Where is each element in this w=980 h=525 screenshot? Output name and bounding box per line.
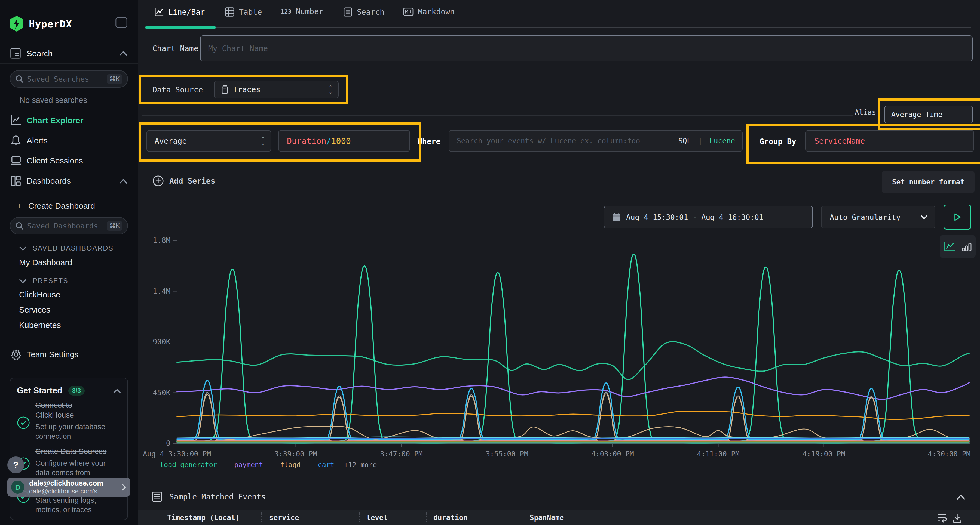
sidebar-item-alerts[interactable]: Alerts <box>27 136 48 145</box>
sidebar-item-team-settings[interactable]: Team Settings <box>27 350 78 359</box>
presets-group[interactable]: PRESETS <box>19 277 68 285</box>
avatar: D <box>11 481 24 494</box>
granularity-select[interactable]: Auto Granularity <box>821 206 935 228</box>
sidebar-item-services[interactable]: Services <box>19 305 50 314</box>
expr-slash: / <box>326 136 331 146</box>
data-source-select[interactable]: Traces ⌃⌃ <box>214 81 339 98</box>
legend-more-link[interactable]: +12 more <box>344 461 377 469</box>
laptop-icon <box>10 155 22 166</box>
circle-plus-icon <box>153 175 164 187</box>
sql-toggle[interactable]: SQL <box>678 137 691 145</box>
aggregation-select[interactable]: Average ⌃⌃ <box>146 130 271 152</box>
hyperdx-logo-icon <box>9 16 24 32</box>
column-resize-handle[interactable] <box>426 512 427 522</box>
group-by-label: Group By <box>759 137 796 146</box>
user-account-chip[interactable]: D dale@clickhouse.com dale@clickhouse.co… <box>7 477 130 497</box>
legend-item-cart[interactable]: —cart <box>310 461 334 469</box>
where-placeholder: Search your events w/ Lucene ex. column:… <box>457 137 678 145</box>
column-resize-handle[interactable] <box>523 512 523 522</box>
tab-number[interactable]: 123 Number <box>281 7 323 16</box>
date-range-value: Aug 4 15:30:01 - Aug 4 16:30:01 <box>626 213 763 221</box>
saved-dashboards-input[interactable]: Saved Dashboards ⌘K <box>10 217 128 235</box>
sample-events-title: Sample Matched Events <box>169 492 266 501</box>
gs-item1-title: Connect to ClickHouse <box>35 400 74 420</box>
chevron-right-icon <box>121 483 127 491</box>
date-range-picker[interactable]: Aug 4 15:30:01 - Aug 4 16:30:01 <box>604 206 813 228</box>
column-service[interactable]: service <box>269 514 299 522</box>
legend-item-flagd[interactable]: —flagd <box>273 461 301 469</box>
select-chevrons-icon: ⌃⌃ <box>329 85 332 94</box>
expr-divisor: 1000 <box>331 136 351 146</box>
download-icon[interactable] <box>952 512 963 523</box>
search-section-icon <box>10 48 21 59</box>
sample-events-header[interactable]: Sample Matched Events <box>152 491 266 502</box>
svg-text:4:03:00 PM: 4:03:00 PM <box>591 450 634 458</box>
gs-item2-title: Create Data Sources <box>35 447 107 457</box>
play-icon <box>954 213 961 221</box>
where-input[interactable]: Search your events w/ Lucene ex. column:… <box>449 130 743 152</box>
tab-markdown[interactable]: Markdown <box>403 7 455 16</box>
column-spanname[interactable]: SpanName <box>530 514 564 522</box>
group-by-value: ServiceName <box>815 136 865 146</box>
sidebar-item-clickhouse[interactable]: ClickHouse <box>19 290 60 299</box>
data-source-value: Traces <box>233 85 329 94</box>
divider <box>0 63 138 63</box>
collapse-sidebar-icon[interactable] <box>115 17 127 28</box>
svg-text:900K: 900K <box>153 338 171 346</box>
chevron-up-icon[interactable] <box>119 178 128 184</box>
svg-text:4:30:00 PM: 4:30:00 PM <box>928 450 970 458</box>
saved-searches-input[interactable]: Saved Searches ⌘K <box>10 70 128 87</box>
create-dashboard-button[interactable]: + Create Dashboard <box>17 201 95 211</box>
legend-item-load-generator[interactable]: —load-generator <box>153 461 217 469</box>
sidebar-section-search[interactable]: Search <box>27 49 52 58</box>
svg-text:3:55:00 PM: 3:55:00 PM <box>486 450 528 458</box>
sidebar-item-my-dashboard[interactable]: My Dashboard <box>19 258 72 267</box>
calendar-icon <box>612 213 620 222</box>
tab-line-bar[interactable]: Line/Bar <box>154 7 205 17</box>
lucene-toggle[interactable]: Lucene <box>710 137 735 145</box>
chevron-up-icon[interactable] <box>113 389 121 394</box>
saved-dashboards-group[interactable]: SAVED DASHBOARDS <box>19 244 113 252</box>
tab-search[interactable]: Search <box>343 7 384 17</box>
column-level[interactable]: level <box>366 514 388 522</box>
wrap-text-icon[interactable] <box>937 513 947 523</box>
no-saved-searches-text: No saved searches <box>20 96 87 105</box>
svg-text:0: 0 <box>166 439 170 447</box>
where-label: Where <box>418 137 441 146</box>
column-duration[interactable]: duration <box>433 514 468 522</box>
shortcut-badge: ⌘K <box>107 221 123 231</box>
user-email: dale@clickhouse.com <box>29 479 121 487</box>
group-by-input[interactable]: ServiceName <box>805 130 974 152</box>
gs-item2-subtitle: Configure where your data comes from <box>35 458 106 477</box>
sidebar-item-client-sessions[interactable]: Client Sessions <box>27 156 83 165</box>
svg-text:1.4M: 1.4M <box>153 287 170 295</box>
chart-name-input[interactable]: My Chart Name <box>200 35 973 62</box>
chart-type-tabbar: Line/Bar Table 123 Number <box>138 0 980 28</box>
chevron-down-icon <box>19 246 27 251</box>
aggregation-value: Average <box>154 136 261 146</box>
alias-input[interactable]: Average Time <box>884 106 973 124</box>
sidebar-item-kubernetes[interactable]: Kubernetes <box>19 320 61 330</box>
saved-dashboards-placeholder: Saved Dashboards <box>27 222 107 230</box>
column-timestamp[interactable]: Timestamp (Local) <box>167 514 240 522</box>
help-button[interactable]: ? <box>7 457 24 473</box>
chevron-up-icon[interactable] <box>119 51 128 57</box>
add-series-button[interactable]: Add Series <box>153 175 215 187</box>
sidebar-item-dashboards[interactable]: Dashboards <box>27 176 71 186</box>
tab-table[interactable]: Table <box>225 7 262 17</box>
tabbar-underline <box>145 27 971 28</box>
field-expression-input[interactable]: Duration/1000 <box>278 130 410 152</box>
sidebar-item-chart-explorer[interactable]: Chart Explorer <box>27 116 83 125</box>
alias-label: Alias <box>855 108 876 116</box>
column-resize-handle[interactable] <box>359 512 360 522</box>
column-resize-handle[interactable] <box>261 512 262 522</box>
database-icon <box>221 85 229 94</box>
get-started-badge: 3/3 <box>68 386 85 395</box>
main-content: Line/Bar Table 123 Number <box>138 0 980 525</box>
svg-text:4:19:00 PM: 4:19:00 PM <box>802 450 845 458</box>
chevron-down-icon <box>19 279 27 284</box>
run-query-button[interactable] <box>943 205 971 230</box>
collapse-section-icon[interactable] <box>956 494 966 501</box>
set-number-format-button[interactable]: Set number format <box>882 171 975 193</box>
legend-item-payment[interactable]: —payment <box>227 461 263 469</box>
